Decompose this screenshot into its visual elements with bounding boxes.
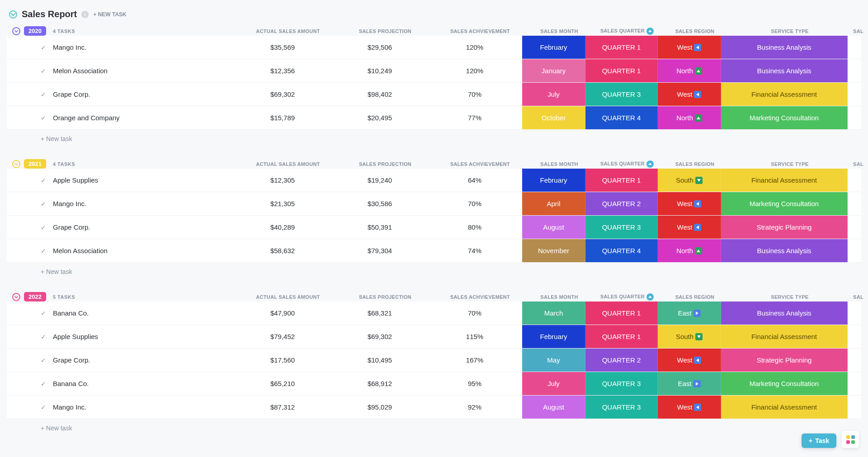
check-icon[interactable]: ✓ — [41, 333, 46, 340]
task-name-cell[interactable]: ✓ Banana Co. — [7, 302, 233, 325]
extra-cell[interactable] — [848, 192, 861, 215]
column-header-region[interactable]: SALES REGION — [663, 28, 726, 34]
service-tag[interactable]: Marketing Consultation — [721, 192, 848, 215]
floating-task-button[interactable]: + Task — [802, 433, 836, 448]
new-task-row-button[interactable]: + New task — [7, 130, 861, 148]
column-header-actual[interactable]: ACTUAL SALES AMOUNT — [238, 161, 338, 167]
extra-cell[interactable] — [848, 106, 861, 129]
extra-cell[interactable] — [848, 349, 861, 372]
check-icon[interactable]: ✓ — [41, 91, 46, 98]
projection-cell[interactable]: $68,321 — [332, 302, 427, 325]
actual-sales-cell[interactable]: $65,210 — [233, 372, 332, 395]
extra-cell[interactable] — [848, 36, 861, 59]
quarter-tag[interactable]: QUARTER 1 — [585, 36, 658, 59]
column-header-extra[interactable]: SAL — [853, 161, 868, 167]
month-tag[interactable]: April — [522, 192, 585, 215]
quarter-tag[interactable]: QUARTER 3 — [585, 83, 658, 106]
check-icon[interactable]: ✓ — [41, 247, 46, 254]
projection-cell[interactable]: $79,304 — [332, 239, 427, 262]
table-row[interactable]: ✓ Mango Inc. $21,305 $30,586 70% April Q… — [7, 192, 861, 216]
sort-asc-icon[interactable] — [646, 160, 654, 168]
extra-cell[interactable] — [848, 372, 861, 395]
extra-cell[interactable] — [848, 396, 861, 419]
table-row[interactable]: ✓ Banana Co. $65,210 $68,912 95% July QU… — [7, 372, 861, 396]
column-header-region[interactable]: SALES REGION — [663, 161, 726, 167]
month-tag[interactable]: November — [522, 239, 585, 262]
check-icon[interactable]: ✓ — [41, 200, 46, 207]
projection-cell[interactable]: $10,495 — [332, 349, 427, 372]
quarter-tag[interactable]: QUARTER 3 — [585, 216, 658, 239]
achievement-cell[interactable]: 80% — [427, 216, 522, 239]
achievement-cell[interactable]: 120% — [427, 59, 522, 82]
achievement-cell[interactable]: 64% — [427, 169, 522, 192]
chevron-down-icon[interactable] — [12, 27, 20, 35]
service-tag[interactable]: Business Analysis — [721, 36, 848, 59]
achievement-cell[interactable]: 74% — [427, 239, 522, 262]
column-header-service[interactable]: SERVICE TYPE — [726, 161, 853, 167]
month-tag[interactable]: August — [522, 396, 585, 419]
month-tag[interactable]: May — [522, 349, 585, 372]
task-name-cell[interactable]: ✓ Apple Supplies — [7, 169, 233, 192]
projection-cell[interactable]: $69,302 — [332, 325, 427, 348]
actual-sales-cell[interactable]: $12,356 — [233, 59, 332, 82]
region-tag[interactable]: West — [658, 216, 721, 239]
service-tag[interactable]: Financial Assessment — [721, 169, 848, 192]
actual-sales-cell[interactable]: $87,312 — [233, 396, 332, 419]
task-name-cell[interactable]: ✓ Orange and Company — [7, 106, 233, 129]
achievement-cell[interactable]: 120% — [427, 36, 522, 59]
region-tag[interactable]: West — [658, 349, 721, 372]
month-tag[interactable]: July — [522, 372, 585, 395]
column-header-achievement[interactable]: SALES ACHVIEVEMENT — [433, 294, 528, 300]
new-task-header-button[interactable]: + NEW TASK — [93, 11, 126, 18]
service-tag[interactable]: Strategic Planning — [721, 216, 848, 239]
achievement-cell[interactable]: 115% — [427, 325, 522, 348]
check-icon[interactable]: ✓ — [41, 357, 46, 364]
column-header-month[interactable]: SALES MONTH — [528, 28, 591, 34]
task-name-cell[interactable]: ✓ Mango Inc. — [7, 396, 233, 419]
region-tag[interactable]: East — [658, 372, 721, 395]
month-tag[interactable]: March — [522, 302, 585, 325]
extra-cell[interactable] — [848, 302, 861, 325]
actual-sales-cell[interactable]: $69,302 — [233, 83, 332, 106]
new-task-row-button[interactable]: + New task — [7, 419, 861, 437]
column-header-quarter[interactable]: SALES QUARTER — [591, 160, 663, 168]
task-name-cell[interactable]: ✓ Grape Corp. — [7, 349, 233, 372]
projection-cell[interactable]: $20,495 — [332, 106, 427, 129]
extra-cell[interactable] — [848, 169, 861, 192]
task-name-cell[interactable]: ✓ Banana Co. — [7, 372, 233, 395]
task-name-cell[interactable]: ✓ Melon Association — [7, 239, 233, 262]
region-tag[interactable]: North — [658, 239, 721, 262]
service-tag[interactable]: Marketing Consultation — [721, 106, 848, 129]
task-name-cell[interactable]: ✓ Grape Corp. — [7, 216, 233, 239]
actual-sales-cell[interactable]: $47,900 — [233, 302, 332, 325]
table-row[interactable]: ✓ Grape Corp. $69,302 $98,402 70% July Q… — [7, 83, 861, 106]
month-tag[interactable]: October — [522, 106, 585, 129]
column-header-quarter[interactable]: SALES QUARTER — [591, 293, 663, 301]
new-task-row-button[interactable]: + New task — [7, 263, 861, 281]
year-badge[interactable]: 2022 — [24, 292, 46, 302]
column-header-actual[interactable]: ACTUAL SALES AMOUNT — [238, 28, 338, 34]
column-header-service[interactable]: SERVICE TYPE — [726, 28, 853, 34]
achievement-cell[interactable]: 92% — [427, 396, 522, 419]
achievement-cell[interactable]: 95% — [427, 372, 522, 395]
region-tag[interactable]: West — [658, 36, 721, 59]
quarter-tag[interactable]: QUARTER 1 — [585, 59, 658, 82]
table-row[interactable]: ✓ Melon Association $12,356 $10,249 120%… — [7, 59, 861, 83]
check-icon[interactable]: ✓ — [41, 44, 46, 51]
column-header-projection[interactable]: SALES PROJECTION — [338, 161, 433, 167]
task-name-cell[interactable]: ✓ Melon Association — [7, 59, 233, 82]
month-tag[interactable]: January — [522, 59, 585, 82]
region-tag[interactable]: North — [658, 106, 721, 129]
sort-asc-icon[interactable] — [646, 28, 654, 35]
table-row[interactable]: ✓ Banana Co. $47,900 $68,321 70% March Q… — [7, 302, 861, 325]
region-tag[interactable]: South — [658, 169, 721, 192]
table-row[interactable]: ✓ Grape Corp. $17,560 $10,495 167% May Q… — [7, 349, 861, 372]
table-row[interactable]: ✓ Orange and Company $15,789 $20,495 77%… — [7, 106, 861, 130]
region-tag[interactable]: East — [658, 302, 721, 325]
quarter-tag[interactable]: QUARTER 2 — [585, 349, 658, 372]
service-tag[interactable]: Financial Assessment — [721, 325, 848, 348]
actual-sales-cell[interactable]: $79,452 — [233, 325, 332, 348]
task-name-cell[interactable]: ✓ Mango Inc. — [7, 192, 233, 215]
month-tag[interactable]: August — [522, 216, 585, 239]
table-row[interactable]: ✓ Apple Supplies $12,305 $19,240 64% Feb… — [7, 169, 861, 192]
